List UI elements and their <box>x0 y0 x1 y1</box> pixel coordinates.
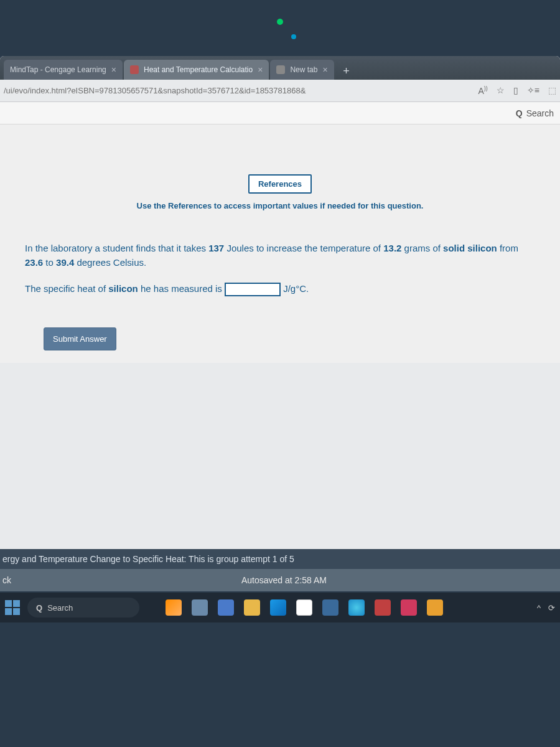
back-fragment[interactable]: ck <box>2 575 11 585</box>
search-placeholder: Search <box>47 603 73 613</box>
references-button[interactable]: References <box>248 174 312 194</box>
windows-taskbar: Q Search ^ ⟳ <box>0 593 560 622</box>
extension-icon[interactable]: ⬚ <box>548 85 556 96</box>
close-icon[interactable]: × <box>258 65 263 75</box>
tab-mindtap[interactable]: MindTap - Cengage Learning × <box>4 60 123 80</box>
tray-icon[interactable]: ⟳ <box>548 603 555 613</box>
address-bar: /ui/evo/index.html?eISBN=9781305657571&s… <box>0 80 560 102</box>
pinned-apps <box>166 599 443 616</box>
page-footer: ergy and Temperature Change to Specific … <box>0 549 560 591</box>
address-actions: A)) ☆ ▯ ✧≡ ⬚ <box>478 85 556 96</box>
collections-icon[interactable]: ✧≡ <box>527 85 539 96</box>
close-icon[interactable]: × <box>111 65 116 75</box>
question-content: References Use the References to access … <box>0 125 560 363</box>
file-explorer-icon[interactable] <box>244 599 260 616</box>
question-body: In the laboratory a student finds that i… <box>25 242 535 296</box>
browser-window: MindTap - Cengage Learning × Heat and Te… <box>0 56 560 591</box>
split-icon[interactable]: ▯ <box>513 85 518 96</box>
question-paragraph-2: The specific heat of silicon he has meas… <box>25 282 535 296</box>
hp-icon[interactable] <box>322 599 338 616</box>
tab-heat-calc[interactable]: Heat and Temperature Calculatio × <box>124 60 269 80</box>
app-icon-p[interactable] <box>401 599 417 616</box>
question-paragraph-1: In the laboratory a student finds that i… <box>25 242 535 270</box>
app-icon-2[interactable] <box>192 599 208 616</box>
edge-icon[interactable] <box>270 599 286 616</box>
search-label[interactable]: Search <box>526 108 554 118</box>
tab-bar: MindTap - Cengage Learning × Heat and Te… <box>0 56 560 80</box>
site-icon <box>130 65 139 74</box>
close-icon[interactable]: × <box>322 65 327 75</box>
security-icon[interactable] <box>375 599 391 616</box>
tab-label: New tab <box>290 65 317 74</box>
url-field[interactable]: /ui/evo/index.html?eISBN=9781305657571&s… <box>4 86 472 95</box>
help-icon[interactable] <box>348 599 365 616</box>
search-icon: Q <box>36 603 42 613</box>
autosave-status: Autosaved at 2:58 AM <box>241 575 327 585</box>
references-hint: Use the References to access important v… <box>25 201 535 210</box>
attempt-info: ergy and Temperature Change to Specific … <box>0 549 560 569</box>
favorite-icon[interactable]: ☆ <box>497 85 505 96</box>
page-icon <box>276 65 285 74</box>
tab-label: MindTap - Cengage Learning <box>10 65 106 74</box>
app-icon-4[interactable] <box>427 599 443 616</box>
chevron-up-icon[interactable]: ^ <box>537 603 541 613</box>
read-aloud-icon[interactable]: A)) <box>478 85 487 96</box>
store-icon[interactable] <box>296 599 312 616</box>
submit-button[interactable]: Submit Answer <box>44 327 116 350</box>
taskbar-search[interactable]: Q Search <box>27 598 139 618</box>
app-icon-3[interactable] <box>218 599 234 616</box>
system-tray[interactable]: ^ ⟳ <box>537 603 555 613</box>
status-bar: ck Autosaved at 2:58 AM <box>0 569 560 591</box>
webcam-indicator-2 <box>291 34 296 39</box>
tab-new[interactable]: New tab × <box>270 60 334 80</box>
page-toolbar: Q Search <box>0 102 560 125</box>
new-tab-button[interactable]: + <box>338 62 355 80</box>
search-icon[interactable]: Q <box>516 108 523 118</box>
webcam-indicator <box>277 19 283 25</box>
start-button[interactable] <box>5 600 20 615</box>
answer-input[interactable] <box>225 283 281 296</box>
tab-label: Heat and Temperature Calculatio <box>144 65 253 74</box>
app-icon-1[interactable] <box>166 599 182 616</box>
